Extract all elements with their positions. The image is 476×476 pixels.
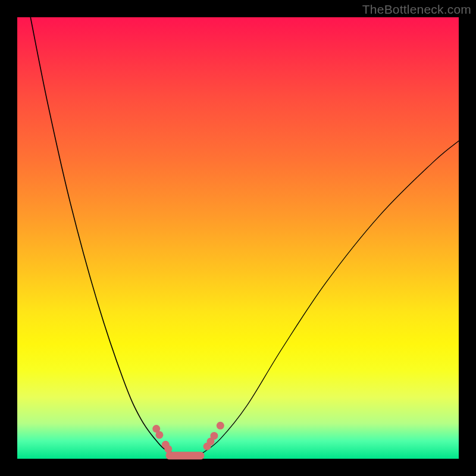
curve-left bbox=[30, 17, 176, 453]
marker-dot bbox=[155, 431, 163, 439]
chart-svg bbox=[17, 17, 459, 459]
marker-dot bbox=[217, 422, 224, 430]
markers-right bbox=[203, 422, 224, 450]
attribution-text: TheBottleneck.com bbox=[362, 2, 471, 17]
marker-dot bbox=[164, 445, 172, 453]
chart-frame bbox=[17, 17, 459, 459]
curve-right bbox=[203, 141, 459, 453]
marker-dot bbox=[210, 432, 218, 440]
